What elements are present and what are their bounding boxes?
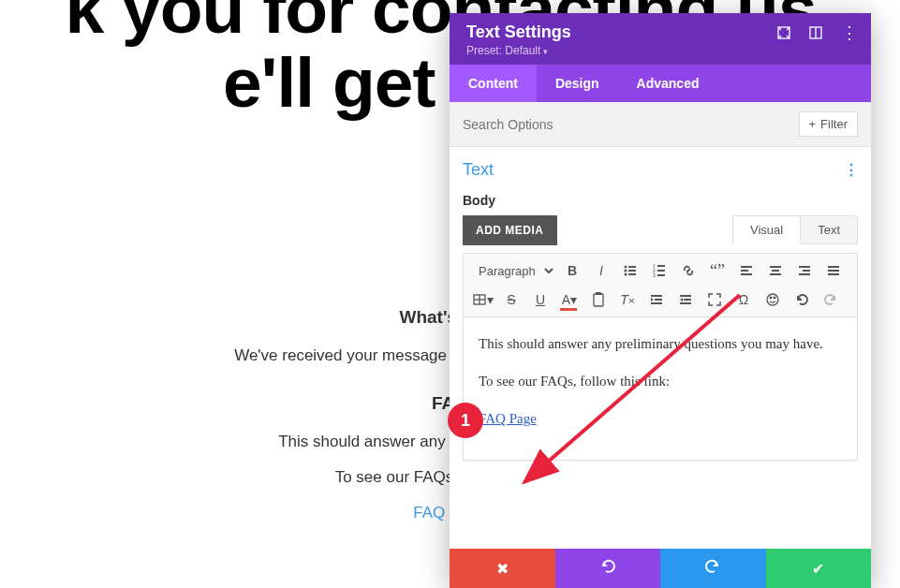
editor-paragraph-1: This should answer any preliminary quest… [479,332,842,355]
svg-point-40 [774,297,775,299]
special-char-icon[interactable]: Ω [730,287,757,313]
paste-icon[interactable] [585,287,612,313]
svg-rect-24 [828,266,839,268]
panel-header[interactable]: Text Settings Preset: Default ⋮ [450,13,871,65]
close-icon: ✖ [496,560,509,578]
svg-point-3 [625,266,627,269]
svg-text:3: 3 [653,272,656,278]
panel-body: Text ⋮ Body ADD MEDIA Visual Text Paragr… [450,147,871,549]
add-media-button[interactable]: ADD MEDIA [463,215,557,245]
tab-advanced[interactable]: Advanced [618,65,718,102]
tab-design[interactable]: Design [537,65,618,102]
clear-format-icon[interactable]: T× [614,287,641,313]
redo-footer-icon [704,558,721,579]
indent-icon[interactable] [643,287,670,313]
section-more-icon[interactable]: ⋮ [844,161,858,179]
panel-header-icons: ⋮ [777,22,854,39]
svg-rect-32 [651,295,662,297]
plus-icon: + [809,117,817,131]
svg-rect-26 [828,273,839,275]
link-icon[interactable] [675,257,701,284]
svg-rect-37 [680,302,691,304]
bold-icon[interactable]: B [559,257,585,284]
editor-content[interactable]: This should answer any preliminary quest… [463,317,858,461]
table-icon[interactable]: ▾ [469,287,495,313]
search-bar: + Filter [450,102,871,147]
filter-button[interactable]: + Filter [799,111,858,137]
svg-rect-20 [770,273,781,275]
undo-footer-icon [599,558,616,579]
section-header: Text ⋮ [463,160,858,180]
svg-rect-14 [657,274,665,276]
text-color-icon[interactable]: A▾ [556,287,583,313]
svg-rect-6 [628,270,636,272]
editor-tab-visual[interactable]: Visual [732,215,801,244]
svg-rect-30 [594,294,603,306]
italic-icon[interactable]: I [588,257,614,284]
emoji-icon[interactable] [760,287,786,313]
svg-rect-34 [651,302,662,304]
filter-label: Filter [820,117,848,131]
section-title[interactable]: Text [463,160,494,180]
save-button[interactable]: ✔ [766,549,872,588]
svg-rect-12 [657,270,665,272]
snap-icon[interactable] [809,26,822,39]
align-center-icon[interactable] [762,257,789,284]
svg-rect-23 [799,273,810,275]
svg-rect-25 [828,270,839,272]
svg-rect-35 [680,295,691,297]
svg-rect-22 [803,270,810,272]
outdent-icon[interactable] [672,287,699,313]
svg-rect-31 [596,292,601,295]
svg-point-38 [767,294,778,305]
svg-rect-36 [684,299,691,301]
panel-tabs: Content Design Advanced [450,65,871,102]
editor-mode-tabs: Visual Text [732,215,858,244]
body-label: Body [463,193,858,208]
tab-content[interactable]: Content [450,65,537,102]
svg-point-7 [625,273,627,276]
annotation-badge: 1 [448,403,483,438]
check-icon: ✔ [812,560,824,578]
svg-rect-19 [772,270,779,272]
editor-tab-text[interactable]: Text [801,215,858,244]
svg-rect-33 [655,299,662,301]
panel-footer: ✖ ✔ [450,549,871,588]
undo-button[interactable] [555,549,661,588]
align-justify-icon[interactable] [820,257,847,284]
svg-rect-17 [741,273,752,275]
redo-button[interactable] [660,549,766,588]
svg-rect-21 [799,266,810,268]
svg-point-39 [770,297,772,299]
align-right-icon[interactable] [791,257,818,284]
fullscreen-icon[interactable] [701,287,728,313]
undo-icon[interactable] [789,287,815,313]
redo-icon[interactable] [818,287,844,313]
svg-rect-18 [770,266,781,268]
cancel-button[interactable]: ✖ [450,549,555,588]
svg-rect-8 [628,273,636,275]
editor-faq-link[interactable]: FAQ Page [479,411,537,426]
preset-selector[interactable]: Preset: Default [466,44,571,57]
editor-paragraph-2: To see our FAQs, follow this link: [479,370,842,392]
paragraph-select[interactable]: Paragraph [469,259,556,283]
more-icon[interactable]: ⋮ [841,26,854,39]
bullet-list-icon[interactable] [617,257,643,284]
svg-rect-4 [628,266,636,268]
panel-title: Text Settings [466,22,571,42]
annotation-number: 1 [461,411,470,431]
svg-rect-10 [657,265,665,267]
underline-icon[interactable]: U [527,287,553,313]
svg-rect-16 [741,270,748,272]
numbered-list-icon[interactable]: 123 [646,257,672,284]
search-input[interactable] [463,117,700,132]
quote-icon[interactable]: “” [704,257,730,284]
svg-rect-15 [741,266,752,268]
svg-point-5 [625,270,627,272]
strikethrough-icon[interactable]: S [498,287,524,313]
align-left-icon[interactable] [733,257,760,284]
editor-toolbar: Paragraph B I 123 “” [463,253,858,317]
expand-icon[interactable] [777,26,790,39]
text-settings-panel: Text Settings Preset: Default ⋮ Content … [450,13,871,588]
